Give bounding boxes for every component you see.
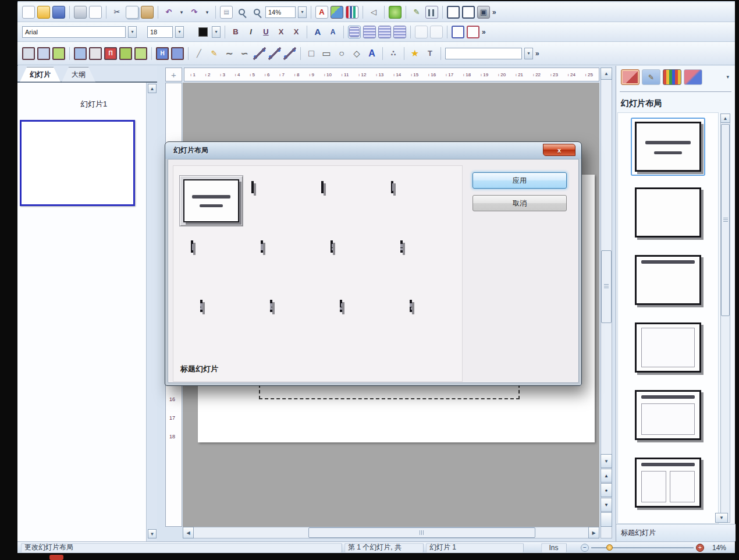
placeholder-object-icon[interactable] bbox=[134, 47, 147, 60]
wordart-icon[interactable]: A bbox=[365, 47, 378, 60]
align-left-icon[interactable] bbox=[349, 27, 360, 37]
font-tool-icon[interactable]: A bbox=[315, 6, 328, 19]
gallery-more-button[interactable]: ▼ bbox=[715, 513, 728, 523]
rounded-rectangle-tool-icon[interactable]: ▭ bbox=[320, 47, 333, 60]
zoom-100-icon[interactable]: ▤ bbox=[220, 6, 233, 19]
copy-icon[interactable] bbox=[126, 6, 138, 19]
gallery-item[interactable] bbox=[618, 322, 718, 375]
toolbar-overflow-icon[interactable]: » bbox=[492, 8, 496, 16]
dialog-close-button[interactable]: x bbox=[543, 144, 575, 156]
open-icon[interactable] bbox=[37, 6, 50, 19]
shrink-font-icon[interactable]: A bbox=[326, 26, 339, 38]
zoom-slider[interactable] bbox=[591, 544, 694, 552]
slide-master-icon[interactable] bbox=[74, 47, 87, 60]
align-center-icon[interactable] bbox=[363, 26, 376, 38]
font-name-dropdown-icon[interactable]: ▾ bbox=[128, 26, 137, 38]
clipart-icon[interactable] bbox=[389, 6, 402, 19]
previous-slide-icon[interactable]: ▲ bbox=[601, 469, 612, 483]
connector-straight-icon[interactable] bbox=[253, 47, 266, 60]
print-icon[interactable] bbox=[74, 6, 87, 19]
zoom-out-icon[interactable]: − bbox=[581, 544, 589, 552]
placeholder-table-icon[interactable] bbox=[37, 47, 50, 60]
ink-tool-icon[interactable]: ✎ bbox=[410, 6, 423, 19]
layout-title-four-content[interactable] bbox=[400, 240, 403, 253]
redo-icon[interactable]: ↷ bbox=[188, 6, 201, 19]
bold-icon[interactable]: B bbox=[229, 26, 242, 38]
rotate-left-icon[interactable] bbox=[415, 26, 428, 38]
placeholder-text-icon[interactable] bbox=[22, 47, 35, 60]
slides-scroll-down-icon[interactable]: ▼ bbox=[148, 529, 157, 538]
frame-preview-icon[interactable] bbox=[462, 6, 475, 19]
line-tool-icon[interactable]: ╱ bbox=[193, 47, 205, 60]
slides-list[interactable]: 幻灯片1 bbox=[17, 83, 147, 541]
connector-elbow-icon[interactable] bbox=[268, 47, 281, 60]
hscroll-thumb[interactable] bbox=[308, 527, 535, 538]
cut-icon[interactable]: ✂ bbox=[111, 6, 123, 19]
placeholder-title-icon[interactable]: Π bbox=[104, 47, 117, 60]
italic-icon[interactable]: I bbox=[244, 26, 257, 38]
frame-tool-icon[interactable] bbox=[447, 6, 460, 19]
gallery-item-selected[interactable] bbox=[618, 118, 718, 178]
zoom-combobox[interactable]: 14% bbox=[265, 6, 296, 18]
zoom-slider-knob[interactable] bbox=[606, 544, 613, 551]
save-icon[interactable] bbox=[52, 6, 65, 19]
gallery-item[interactable] bbox=[618, 458, 718, 510]
zoom-in-icon[interactable]: + bbox=[696, 544, 704, 552]
curve-tool-icon[interactable]: ∼ bbox=[223, 47, 236, 60]
placeholder-footer-icon[interactable] bbox=[171, 47, 184, 60]
layout-title-only[interactable] bbox=[321, 181, 324, 193]
font-size-combobox[interactable]: 18 bbox=[147, 26, 173, 38]
placeholder-header-icon[interactable]: H bbox=[156, 47, 169, 60]
shadow-icon[interactable]: X bbox=[275, 26, 287, 38]
cancel-button[interactable]: 取消 bbox=[472, 195, 567, 211]
layout-title-two-content[interactable] bbox=[261, 240, 263, 253]
color-scheme-pane-icon[interactable] bbox=[663, 69, 681, 85]
zoom-selection-icon[interactable] bbox=[235, 6, 248, 19]
numbered-list-icon[interactable] bbox=[452, 26, 464, 38]
align-right-icon[interactable] bbox=[378, 26, 391, 38]
insert-picture-icon[interactable] bbox=[331, 6, 343, 19]
layout-title-content-two-right[interactable] bbox=[200, 300, 202, 312]
vscroll-thumb[interactable] bbox=[601, 250, 612, 323]
undo-icon[interactable]: ↶ bbox=[162, 6, 175, 19]
gallery-item[interactable] bbox=[618, 187, 718, 240]
slides-scroll-up-icon[interactable]: ▲ bbox=[148, 84, 157, 93]
freeform-tool-icon[interactable]: ∽ bbox=[238, 47, 251, 60]
apply-button[interactable]: 应用 bbox=[472, 172, 567, 189]
layout-title-slide[interactable] bbox=[183, 179, 239, 222]
print-preview-icon[interactable] bbox=[89, 6, 102, 19]
zoom-combobox-dropdown-icon[interactable]: ▾ bbox=[298, 6, 307, 18]
toolbar-overflow-icon[interactable]: » bbox=[482, 28, 486, 36]
pen-tool-icon[interactable]: ✎ bbox=[208, 47, 221, 60]
gallery-item[interactable] bbox=[618, 390, 718, 442]
toolbar-overflow-icon[interactable]: » bbox=[535, 49, 539, 58]
font-size-dropdown-icon[interactable]: ▾ bbox=[175, 26, 184, 38]
layout-blank[interactable] bbox=[251, 181, 254, 193]
bullet-list-icon[interactable] bbox=[467, 26, 479, 38]
pane-menu-dropdown-icon[interactable]: ▾ bbox=[726, 74, 729, 80]
layout-title-content-two-bottom[interactable] bbox=[340, 300, 342, 312]
zoom-icon[interactable] bbox=[250, 6, 263, 19]
gallery-item[interactable] bbox=[618, 255, 718, 307]
transition-pane-icon[interactable] bbox=[684, 69, 702, 85]
font-color-swatch[interactable] bbox=[198, 27, 208, 37]
star-shape-icon[interactable]: ★ bbox=[408, 47, 421, 60]
underline-icon[interactable]: U bbox=[260, 26, 272, 38]
ellipse-tool-icon[interactable]: ○ bbox=[335, 47, 348, 60]
edit-points-icon[interactable]: ∴ bbox=[387, 47, 400, 60]
layout-title-slide[interactable] bbox=[635, 122, 701, 172]
rotate-right-icon[interactable] bbox=[430, 26, 443, 38]
tab-outline[interactable]: 大纲 bbox=[62, 67, 95, 82]
text-frame-icon[interactable]: T bbox=[424, 47, 436, 60]
gallery-scroll-up-icon[interactable]: ▲ bbox=[720, 114, 730, 123]
layout-blank[interactable] bbox=[635, 187, 701, 238]
polygon-tool-icon[interactable]: ◇ bbox=[350, 47, 363, 60]
layout-content-only[interactable] bbox=[391, 181, 393, 193]
placeholder-disabled-icon[interactable] bbox=[89, 47, 102, 60]
layout-title-content[interactable] bbox=[191, 240, 193, 253]
font-color-dropdown-icon[interactable]: ▾ bbox=[212, 26, 221, 38]
layout-title-content-over-content[interactable] bbox=[331, 240, 333, 253]
tab-slides[interactable]: 幻灯片 bbox=[20, 67, 61, 82]
new-document-icon[interactable] bbox=[22, 6, 35, 19]
next-slide-icon[interactable]: ▼ bbox=[601, 498, 612, 512]
